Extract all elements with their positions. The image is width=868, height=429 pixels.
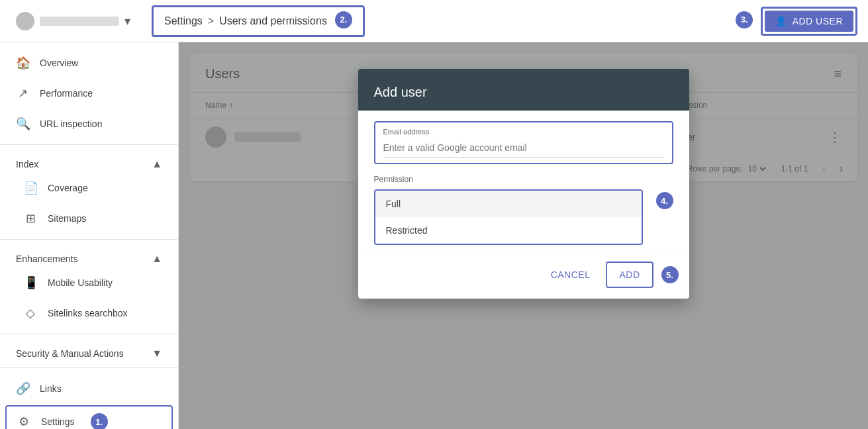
site-name	[40, 17, 119, 26]
add-button-wrap: ADD	[606, 262, 653, 288]
sidebar-item-links[interactable]: 🔗 Links	[0, 373, 173, 404]
sidebar-item-coverage[interactable]: 📄 Coverage	[0, 173, 173, 203]
site-selector[interactable]: ▾	[11, 9, 136, 33]
dialog-actions: CANCEL ADD 5.	[358, 256, 689, 299]
sidebar-item-label: Sitelinks searchbox	[48, 308, 128, 318]
sidebar-item-label: Settings	[41, 416, 75, 427]
site-avatar	[16, 12, 34, 30]
add-user-label: ADD USER	[793, 16, 843, 26]
cancel-button[interactable]: CANCEL	[540, 264, 601, 285]
permission-dropdown[interactable]: Full Restricted	[374, 189, 643, 245]
index-section-label: Index	[16, 159, 38, 169]
divider	[0, 367, 178, 368]
add-user-button[interactable]: 👤 ADD USER	[765, 11, 853, 32]
dialog-body: Email address Permission Full Restricted…	[358, 111, 689, 256]
sitelinks-icon: ◇	[24, 306, 37, 320]
step-1-badge: 1.	[91, 413, 108, 429]
sidebar-item-performance[interactable]: ↗ Performance	[0, 78, 173, 109]
sidebar-item-label: URL inspection	[40, 119, 102, 129]
modal-overlay: Add user Email address Permission Full R…	[179, 42, 868, 429]
sidebar-section-index[interactable]: Index ▲	[0, 150, 178, 173]
add-user-dialog: Add user Email address Permission Full R…	[358, 69, 689, 299]
sidebar-item-settings[interactable]: ⚙ Settings 1.	[5, 405, 173, 429]
settings-icon: ⚙	[17, 414, 30, 429]
chevron-down-icon: ▼	[152, 348, 162, 359]
sidebar-item-label: Sitemaps	[48, 213, 86, 224]
performance-icon: ↗	[16, 86, 29, 101]
chevron-down-icon: ▾	[124, 14, 130, 28]
sidebar-item-label: Mobile Usability	[48, 277, 113, 288]
divider	[0, 144, 178, 145]
mobile-icon: 📱	[24, 275, 37, 290]
coverage-icon: 📄	[24, 181, 37, 195]
security-section-label: Security & Manual Actions	[16, 348, 124, 359]
breadcrumb-settings[interactable]: Settings	[164, 15, 203, 27]
email-field-label: Email address	[383, 128, 664, 136]
search-icon: 🔍	[16, 117, 29, 131]
divider	[0, 239, 178, 240]
add-user-button-wrap: 👤 ADD USER	[761, 7, 857, 36]
sidebar-item-label: Links	[40, 383, 62, 394]
breadcrumb-current: Users and permissions	[219, 15, 327, 27]
sidebar-item-overview[interactable]: 🏠 Overview	[0, 48, 173, 78]
enhancements-section-label: Enhancements	[16, 254, 77, 264]
divider	[0, 334, 178, 334]
sidebar-item-label: Performance	[40, 88, 93, 99]
sidebar-item-sitemaps[interactable]: ⊞ Sitemaps	[0, 203, 173, 234]
permission-option-full[interactable]: Full	[375, 191, 642, 217]
breadcrumb-separator: >	[208, 15, 214, 27]
sidebar-item-label: Overview	[40, 58, 78, 68]
sidebar: 🏠 Overview ↗ Performance 🔍 URL inspectio…	[0, 42, 179, 429]
top-bar-right: 3. 👤 ADD USER	[733, 7, 857, 36]
chevron-up-icon: ▲	[152, 253, 162, 265]
home-icon: 🏠	[16, 56, 29, 70]
step-4-badge: 4.	[656, 192, 673, 209]
sidebar-section-enhancements[interactable]: Enhancements ▲	[0, 245, 178, 267]
sidebar-section-security[interactable]: Security & Manual Actions ▼	[0, 340, 178, 362]
step-2-badge: 2.	[335, 11, 352, 28]
add-button[interactable]: ADD	[608, 264, 650, 285]
top-bar-left: ▾ Settings > Users and permissions 2.	[11, 5, 365, 37]
add-user-icon: 👤	[775, 16, 787, 26]
email-input[interactable]	[383, 138, 664, 158]
sidebar-item-label: Coverage	[48, 183, 88, 193]
sitemaps-icon: ⊞	[24, 211, 37, 226]
links-icon: 🔗	[16, 381, 29, 396]
step-5-badge: 5.	[661, 266, 679, 283]
permission-option-restricted[interactable]: Restricted	[375, 217, 642, 244]
main-layout: 🏠 Overview ↗ Performance 🔍 URL inspectio…	[0, 42, 868, 429]
top-bar: ▾ Settings > Users and permissions 2. 3.…	[0, 0, 868, 42]
chevron-up-icon: ▲	[152, 158, 162, 170]
sidebar-item-mobile-usability[interactable]: 📱 Mobile Usability	[0, 267, 173, 298]
breadcrumb: Settings > Users and permissions 2.	[152, 5, 365, 37]
step-3-badge: 3.	[736, 11, 753, 28]
sidebar-item-sitelinks[interactable]: ◇ Sitelinks searchbox	[0, 298, 173, 328]
content-area: Users ≡ Name ↑ Email Permission	[179, 42, 868, 429]
dialog-title: Add user	[358, 69, 689, 111]
email-field-wrap: Email address	[374, 121, 673, 164]
sidebar-item-url-inspection[interactable]: 🔍 URL inspection	[0, 109, 173, 139]
permission-label: Permission	[374, 175, 673, 184]
